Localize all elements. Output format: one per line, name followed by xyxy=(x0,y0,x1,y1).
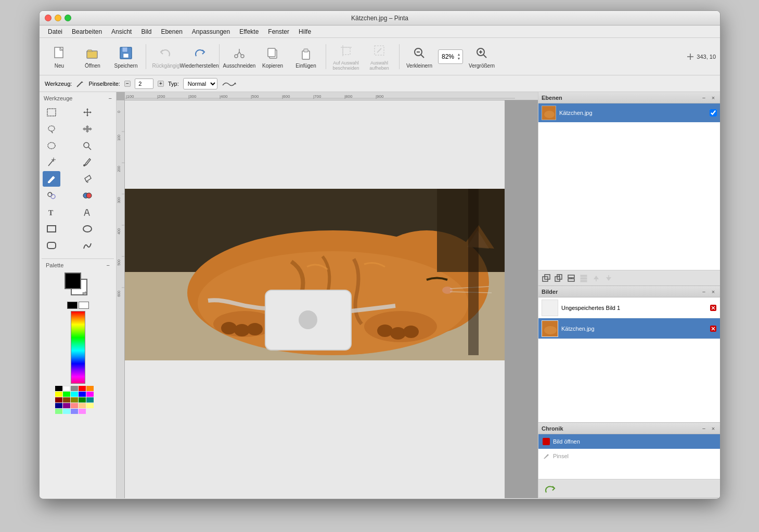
history-item-brush[interactable]: Pinsel xyxy=(538,449,720,463)
swatch-yellow[interactable] xyxy=(55,392,62,397)
cut-button[interactable]: Ausschneiden xyxy=(224,41,255,73)
ellipse-draw-tool[interactable] xyxy=(79,221,96,237)
brush-plus-button[interactable]: + xyxy=(158,81,164,87)
layer-item-kaetzchen[interactable]: Kätzchen.jpg xyxy=(538,103,720,122)
magic-wand-tool[interactable] xyxy=(43,154,60,170)
rounded-rect-tool[interactable] xyxy=(43,238,60,253)
save-button[interactable]: Speichern xyxy=(110,41,141,73)
swatch-cyan[interactable] xyxy=(71,392,78,397)
palette-collapse[interactable]: − xyxy=(107,262,110,268)
swatch-lightyellow[interactable] xyxy=(86,403,94,408)
zoom-tool[interactable] xyxy=(79,138,96,153)
image-item-unsaved[interactable]: Ungespeichertes Bild 1 xyxy=(538,297,720,318)
rect-select-tool[interactable] xyxy=(43,105,60,120)
redo-button[interactable]: Wiederherstellen xyxy=(184,41,215,73)
swatch-darkyellow[interactable] xyxy=(71,397,78,403)
copy-button[interactable]: Kopieren xyxy=(257,41,288,73)
menu-effekte[interactable]: Effekte xyxy=(235,27,263,36)
text-tool[interactable]: T xyxy=(43,204,60,220)
minimize-button[interactable] xyxy=(55,15,61,21)
swatch-darkblue[interactable] xyxy=(55,403,62,408)
move-selection-tool[interactable] xyxy=(79,105,96,120)
paste-button[interactable]: Einfügen xyxy=(290,41,321,73)
menu-datei[interactable]: Datei xyxy=(44,27,67,36)
swatch-white[interactable] xyxy=(63,386,70,391)
history-minimize-btn[interactable]: − xyxy=(700,425,707,432)
brush-minus-button[interactable]: − xyxy=(124,81,131,87)
zoom-out-button[interactable]: Verkleinern xyxy=(404,41,435,73)
type-select[interactable]: Normal Weich Scharf xyxy=(183,78,217,89)
swatch-darkgreen[interactable] xyxy=(79,397,86,403)
swatch-red[interactable] xyxy=(79,386,86,391)
layers-merge-btn[interactable] xyxy=(565,273,577,284)
history-redo-btn[interactable] xyxy=(543,482,557,496)
menu-bearbeiten[interactable]: Bearbeiten xyxy=(68,27,106,36)
freeform-tool[interactable] xyxy=(79,238,96,253)
swatch-darkcyan[interactable] xyxy=(86,397,94,403)
menu-fenster[interactable]: Fenster xyxy=(264,27,293,36)
swatch-green[interactable] xyxy=(63,392,70,397)
brush-width-input[interactable] xyxy=(135,79,153,89)
swatch-lightred[interactable] xyxy=(71,403,78,408)
swap-colors-icon[interactable]: ⇌ xyxy=(82,290,88,296)
swatch-lightgreen[interactable] xyxy=(55,409,62,414)
close-button[interactable] xyxy=(45,15,52,21)
recolor-tool[interactable] xyxy=(79,188,96,203)
menu-anpassungen[interactable]: Anpassungen xyxy=(188,27,234,36)
canvas-area[interactable]: |100 |200 |300 |400 |500 |600 |700 |800 … xyxy=(117,92,538,498)
layers-close-btn[interactable]: × xyxy=(710,94,717,101)
swatch-lightblue[interactable] xyxy=(71,409,78,414)
rect-draw-tool[interactable] xyxy=(43,221,60,237)
layers-duplicate-btn[interactable] xyxy=(553,273,564,284)
new-button[interactable]: Neu xyxy=(44,41,75,73)
swatch-blue[interactable] xyxy=(79,392,86,397)
zoom-up-arrow[interactable]: ▲ xyxy=(456,53,461,56)
layers-move-to-image-btn[interactable] xyxy=(541,273,552,284)
zoom-down-arrow[interactable]: ▼ xyxy=(456,57,461,60)
black-swatch[interactable] xyxy=(67,302,78,309)
font-tool[interactable] xyxy=(79,204,96,220)
layers-move-up-btn[interactable] xyxy=(590,273,602,284)
swatch-magenta[interactable] xyxy=(86,392,94,397)
layers-merge-all-btn[interactable] xyxy=(578,273,589,284)
swatch-orange[interactable] xyxy=(86,386,94,391)
maximize-button[interactable] xyxy=(65,15,71,21)
clone-tool[interactable] xyxy=(43,188,60,203)
undo-button[interactable]: Rückgängig xyxy=(150,41,182,73)
swatch-black[interactable] xyxy=(55,386,62,391)
image-item-kaetzchen[interactable]: Kätzchen.jpg xyxy=(538,318,720,339)
menu-ebenen[interactable]: Ebenen xyxy=(157,27,186,36)
history-close-btn[interactable]: × xyxy=(710,425,717,432)
color-gradient-strip[interactable] xyxy=(71,311,85,384)
swatch-lightmagenta[interactable] xyxy=(79,409,86,414)
layers-move-down-btn[interactable] xyxy=(603,273,614,284)
lasso-tool[interactable] xyxy=(43,121,60,137)
history-item-open[interactable]: Bild öffnen xyxy=(538,434,720,449)
images-close-btn[interactable]: × xyxy=(710,288,717,295)
dropper-tool[interactable] xyxy=(79,154,96,170)
zoom-in-button[interactable]: Vergrößern xyxy=(466,41,497,73)
pencil-tool[interactable] xyxy=(43,171,60,187)
canvas-scroll[interactable] xyxy=(125,100,538,498)
tools-collapse[interactable]: − xyxy=(109,95,112,101)
swatch-lightorange[interactable] xyxy=(79,403,86,408)
deselect-button[interactable]: Auswahl aufheben xyxy=(364,41,395,73)
swatch-darkred[interactable] xyxy=(55,397,62,403)
image-close-unsaved[interactable] xyxy=(710,304,717,312)
ellipse-select-tool[interactable] xyxy=(43,138,60,153)
image-close-kaetzchen[interactable] xyxy=(710,325,717,332)
swatch-darkmagenta[interactable] xyxy=(63,403,70,408)
open-button[interactable]: Öffnen xyxy=(77,41,108,73)
zoom-value[interactable]: 82% xyxy=(440,53,456,60)
menu-ansicht[interactable]: Ansicht xyxy=(107,27,136,36)
bucket-tool[interactable] xyxy=(79,171,96,187)
foreground-color-box[interactable] xyxy=(65,273,81,289)
images-minimize-btn[interactable]: − xyxy=(700,288,707,295)
swatch-lightcyan[interactable] xyxy=(63,409,70,414)
white-swatch[interactable] xyxy=(79,302,89,309)
layer-visible-checkbox[interactable] xyxy=(710,109,717,116)
layers-minimize-btn[interactable]: − xyxy=(700,94,707,101)
menu-bild[interactable]: Bild xyxy=(137,27,156,36)
menu-hilfe[interactable]: Hilfe xyxy=(294,27,315,36)
swatch-gray[interactable] xyxy=(71,386,78,391)
